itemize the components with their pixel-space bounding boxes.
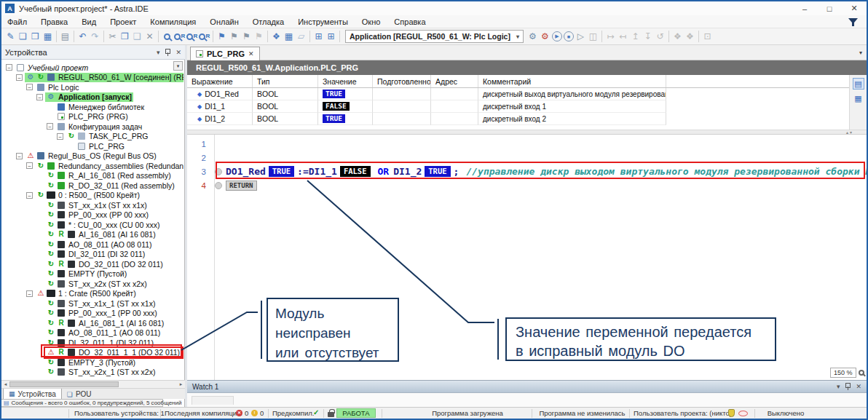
print-icon[interactable]: ▤ — [59, 31, 71, 43]
tree-item-content[interactable]: ↻ST_xx_x1x (ST xx x1x) — [45, 200, 149, 210]
collapse-icon[interactable]: – — [16, 153, 23, 159]
tree-item-content[interactable]: Менеджер библиотек — [55, 102, 146, 111]
tree-item-5[interactable]: PLC_PRG (PRG) — [1, 112, 184, 122]
project-selector-dropdown[interactable]: ▾ — [173, 61, 183, 71]
tree-item-content[interactable]: ↻RDO_32_011 (DO 32 011) — [45, 259, 165, 269]
new-window-icon[interactable]: ❖ — [270, 31, 283, 43]
search-icon[interactable] — [161, 31, 173, 43]
tree-item-18[interactable]: ↻AO_08_011 (AO 08 011) — [1, 239, 184, 250]
replace-project-icon[interactable]: R — [198, 31, 210, 43]
copy-icon[interactable]: ❐ — [119, 31, 131, 43]
messages-bar[interactable]: ▤ Сообщения - всего 0 ошибок, 0 предупре… — [1, 399, 163, 407]
tree-item-content[interactable]: ↻RAI_16_081 (AI 16 081) — [45, 230, 157, 239]
tree-item-content[interactable]: ⚠1 : Crate (R500 Крейт) — [35, 289, 138, 298]
tree-item-3[interactable]: –⚙Application [запуск] — [1, 92, 184, 103]
undo-icon[interactable]: ↶ — [76, 31, 89, 43]
stop-icon[interactable]: ■ — [564, 31, 574, 41]
collapse-icon[interactable]: – — [47, 123, 53, 130]
watch-panel-header[interactable]: Watch 1 ▾ ✕ — [187, 381, 867, 393]
tree-item-28[interactable]: ↻DI_32_011_1 (DI 32 011) — [1, 338, 184, 348]
tree-item-17[interactable]: ↻RAI_16_081 (AI 16 081) — [1, 230, 184, 240]
collapse-icon[interactable]: – — [26, 84, 33, 90]
prev-bookmark-icon[interactable]: ⚑ — [240, 31, 253, 43]
menu-item-3[interactable]: Проект — [110, 17, 136, 26]
tree-item-22[interactable]: ↻ST_xx_x2x (ST xx x2x) — [1, 279, 184, 289]
code-line-4[interactable]: 4RETURN — [187, 178, 867, 192]
declaration-view-icon[interactable]: ▤ — [853, 78, 864, 90]
next-bookmark-icon[interactable]: ⚑ — [228, 31, 240, 43]
column-header-2[interactable]: Значение — [318, 75, 373, 87]
minimize-button[interactable]: – — [792, 1, 817, 15]
watch-pin-icon[interactable] — [845, 383, 851, 390]
column-header-1[interactable]: Тип — [253, 75, 318, 87]
new-file-icon[interactable]: ❏ — [17, 31, 29, 43]
tool-icon[interactable]: ✎ — [4, 31, 17, 43]
collapse-icon[interactable]: – — [26, 192, 33, 199]
tree-item-content[interactable]: ↻AO_08_011 (AO 08 011) — [45, 239, 154, 249]
tree-item-content[interactable]: ↻DI_32_011_1 (DI 32 011) — [45, 338, 155, 347]
tree-item-content[interactable]: ↻R_AI_16_081 (Red assembly) — [45, 171, 173, 181]
step-into-icon[interactable]: ↤ — [617, 31, 629, 43]
prepared-cell[interactable] — [373, 113, 431, 125]
column-header-4[interactable]: Адрес — [431, 75, 478, 87]
tree-item-content[interactable]: ↻0 : R500_ (R500 Крейт) — [35, 191, 141, 200]
bookmark-icon[interactable]: ⚑ — [216, 31, 228, 43]
watch-table-row[interactable]: ◆DO1_RedBOOLTRUEдискретный выход виртуал… — [187, 88, 867, 100]
tree-item-content[interactable]: ↻RAI_16_081_1 (AI 16 081) — [45, 318, 165, 328]
menu-item-7[interactable]: Инструменты — [298, 17, 348, 26]
watch-close-icon[interactable]: ✕ — [856, 383, 861, 390]
tree-item-10[interactable]: –↻Redundancy_assemblies (Redundancy asse… — [1, 161, 184, 171]
prepared-cell[interactable] — [373, 88, 431, 100]
scroll-right-icon[interactable]: ▸ — [177, 381, 185, 388]
tree-item-content[interactable]: ⚠Regul_Bus_OS (Regul Bus OS) — [25, 151, 158, 161]
tree-item-16[interactable]: ↻* : CU_00_xxx (CU 00 xxx) — [1, 220, 184, 230]
tree-item-4[interactable]: Менеджер библиотек — [1, 102, 184, 112]
step-out-icon[interactable]: ↥ — [629, 31, 642, 43]
grid-dropdown-icon[interactable]: ▦ — [283, 31, 295, 43]
menu-item-5[interactable]: Онлайн — [210, 17, 238, 26]
redo-icon[interactable]: ↷ — [89, 31, 101, 43]
tab-close-icon[interactable]: ✕ — [248, 50, 254, 58]
watch-dropdown-icon[interactable]: ▾ — [837, 383, 840, 390]
menu-item-6[interactable]: Отладка — [253, 17, 284, 26]
open-icon[interactable]: ❒ — [29, 31, 42, 43]
tree-item-11[interactable]: ↻R_AI_16_081 (Red assembly) — [1, 171, 184, 181]
tree-item-faulty-module[interactable]: ⚠RDO_32_011_1_1 (DO 32 011) — [45, 348, 182, 357]
tree-item-content[interactable]: PLC_PRG — [76, 141, 126, 151]
tree-item-14[interactable]: ↻ST_xx_x1x (ST xx x1x) — [1, 200, 184, 210]
tree-item-content[interactable]: ↻EMPTY_3 (Пустой) — [45, 357, 137, 367]
tree-item-content[interactable]: Конфигурация задач — [55, 122, 143, 131]
tree-item-21[interactable]: ↻EMPTY (Пустой) — [1, 269, 184, 280]
menu-item-9[interactable]: Справка — [394, 17, 425, 26]
tree-item-content[interactable]: ↻EMPTY (Пустой) — [45, 269, 128, 279]
single-cycle-icon[interactable]: ▷ — [575, 31, 587, 43]
tab-устройства[interactable]: ▦Устройства — [3, 389, 62, 400]
tab-pou[interactable]: ❏POU — [62, 389, 97, 400]
tree-item-content[interactable]: ↻Redundancy_assemblies (Redundancy assem… — [35, 161, 184, 170]
tree-item-content[interactable]: Учебный проект — [15, 63, 90, 72]
save-icon[interactable]: ▦ — [42, 31, 54, 43]
menu-item-8[interactable]: Окно — [362, 17, 381, 26]
reset-icon[interactable]: ↺ — [654, 31, 666, 43]
collapse-icon[interactable]: – — [26, 162, 33, 169]
code-line-3[interactable]: 3DO1_RedTRUE:=DI1_1FALSEORDI1_2TRUE;//уп… — [187, 165, 867, 178]
collapse-icon[interactable]: – — [26, 290, 33, 297]
window-next-icon[interactable]: ❖ — [684, 31, 696, 43]
window-prev-icon[interactable]: ❖ — [671, 31, 684, 43]
tree-item-content[interactable]: ⚙↻REGUL_R500_61_W [соединен] (REGUL R500… — [25, 73, 184, 82]
tree-item-content[interactable]: ⚙Application [запуск] — [45, 92, 133, 102]
breakpoint-circle-icon[interactable] — [215, 168, 222, 175]
filter-funnel-icon[interactable] — [848, 18, 858, 27]
maximize-button[interactable]: □ — [817, 1, 842, 15]
tree-item-12[interactable]: ↻R_DO_32_011 (Red assembly) — [1, 181, 184, 191]
start-icon[interactable]: ▶ — [552, 31, 562, 41]
tab-list-dropdown-icon[interactable]: ▾ — [859, 49, 862, 56]
tree-item-content[interactable]: ↻DI_32_011 (DI 32 011) — [45, 250, 146, 259]
tree-item-24[interactable]: ↻ST_xx_x1x_1 (ST xx x1x) — [1, 298, 184, 309]
collapse-icon[interactable]: – — [36, 94, 43, 100]
tree-item-29[interactable]: ⚠RDO_32_011_1_1 (DO 32 011) — [1, 348, 184, 358]
scroll-left-icon[interactable]: ◂ — [1, 381, 9, 388]
close-button[interactable]: ✕ — [842, 1, 867, 15]
tree-item-0[interactable]: –Учебный проект — [1, 63, 184, 73]
tree-item-content[interactable]: ↻ST_xx_x2x_1 (ST xx x2x) — [45, 368, 157, 377]
